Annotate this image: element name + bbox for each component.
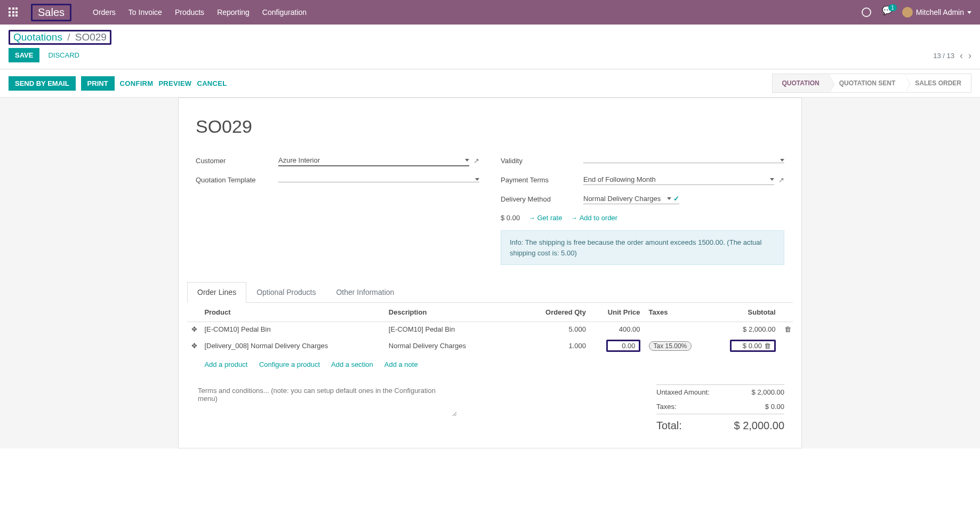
dropdown-icon[interactable] (780, 159, 784, 162)
user-name: Mitchell Admin (916, 8, 964, 17)
validity-label: Validity (501, 157, 583, 165)
table-row[interactable]: ✥ [E-COM10] Pedal Bin [E-COM10] Pedal Bi… (187, 322, 793, 337)
breadcrumb-current: SO029 (75, 31, 107, 43)
template-field[interactable] (278, 177, 479, 182)
save-button[interactable]: SAVE (9, 48, 39, 62)
cell-price[interactable]: 0.00 (590, 336, 645, 355)
page-title: SO029 (196, 116, 784, 137)
tab-optional-products[interactable]: Optional Products (246, 282, 326, 302)
preview-button[interactable]: PREVIEW (158, 79, 191, 87)
payment-terms-label: Payment Terms (501, 176, 583, 184)
brand[interactable]: Sales (31, 4, 71, 21)
chat-icon[interactable]: 1 (882, 7, 891, 17)
nav-orders[interactable]: Orders (93, 8, 116, 17)
delete-row-icon[interactable]: 🗑 (780, 322, 793, 337)
drag-handle-icon[interactable]: ✥ (187, 336, 200, 355)
avatar (902, 7, 913, 18)
th-qty: Ordered Qty (525, 303, 590, 322)
status-bar: QUOTATION QUOTATION SENT SALES ORDER (773, 74, 971, 93)
dropdown-icon[interactable] (465, 159, 469, 162)
pager-prev-icon[interactable]: ‹ (960, 50, 963, 61)
cell-qty[interactable]: 5.000 (525, 322, 590, 337)
send-email-button[interactable]: SEND BY EMAIL (9, 76, 76, 91)
nav-menu: Orders To Invoice Products Reporting Con… (93, 8, 862, 17)
terms-input[interactable] (196, 384, 457, 416)
cell-tax[interactable]: Tax 15.00% (645, 336, 704, 355)
add-to-order-link[interactable]: Add to order (571, 214, 617, 222)
table-row[interactable]: ✥ [Delivery_008] Normal Delivery Charges… (187, 336, 793, 355)
th-taxes: Taxes (645, 303, 704, 322)
pager-text: 13 / 13 (933, 52, 954, 60)
cell-price[interactable]: 400.00 (590, 322, 645, 337)
cell-subtotal: $ 2,000.00 (704, 322, 780, 337)
add-section-link[interactable]: Add a section (331, 360, 373, 368)
nav-to-invoice[interactable]: To Invoice (128, 8, 162, 17)
breadcrumb-root[interactable]: Quotations (13, 31, 62, 43)
status-quotation-sent[interactable]: QUOTATION SENT (829, 74, 906, 93)
delivery-method-label: Delivery Method (501, 195, 583, 203)
th-subtotal: Subtotal (704, 303, 780, 322)
breadcrumb: Quotations / SO029 (9, 30, 111, 45)
th-price: Unit Price (590, 303, 645, 322)
clock-icon[interactable] (862, 7, 871, 17)
delivery-method-field[interactable]: Normal Delivery Charges✓ (583, 194, 679, 204)
pager-next-icon[interactable]: › (968, 50, 971, 61)
topbar-right: 1 Mitchell Admin (862, 7, 971, 18)
configure-product-link[interactable]: Configure a product (259, 360, 320, 368)
caret-down-icon (967, 11, 971, 14)
th-description: Description (384, 303, 525, 322)
tab-order-lines[interactable]: Order Lines (187, 282, 246, 303)
external-link-icon[interactable]: ↗ (473, 157, 479, 165)
cell-tax[interactable] (645, 322, 704, 337)
check-icon: ✓ (673, 195, 679, 203)
user-menu[interactable]: Mitchell Admin (902, 7, 971, 18)
untaxed-label: Untaxed Amount: (656, 388, 710, 396)
add-note-link[interactable]: Add a note (384, 360, 418, 368)
add-product-link[interactable]: Add a product (204, 360, 247, 368)
template-label: Quotation Template (196, 176, 278, 184)
drag-handle-icon[interactable]: ✥ (187, 322, 200, 337)
cell-qty[interactable]: 1.000 (525, 336, 590, 355)
get-rate-link[interactable]: Get rate (528, 214, 563, 222)
cancel-button[interactable]: CANCEL (197, 79, 227, 87)
payment-terms-field[interactable]: End of Following Month (583, 174, 774, 185)
print-button[interactable]: PRINT (81, 76, 115, 91)
nav-products[interactable]: Products (175, 8, 204, 17)
apps-icon[interactable] (9, 7, 18, 17)
shipping-info: Info: The shipping is free because the o… (501, 230, 784, 265)
taxes-value: $ 0.00 (765, 403, 784, 411)
status-quotation[interactable]: QUOTATION (772, 74, 830, 93)
dropdown-icon[interactable] (770, 178, 774, 181)
pager: 13 / 13 ‹ › (933, 50, 971, 61)
dropdown-icon[interactable] (475, 178, 479, 181)
confirm-button[interactable]: CONFIRM (120, 79, 154, 87)
untaxed-value: $ 2,000.00 (752, 388, 784, 396)
chat-badge: 1 (888, 4, 897, 11)
th-product: Product (200, 303, 384, 322)
discard-button[interactable]: DISCARD (48, 51, 79, 59)
nav-configuration[interactable]: Configuration (262, 8, 307, 17)
tab-other-information[interactable]: Other Information (326, 282, 404, 302)
cell-product[interactable]: [Delivery_008] Normal Delivery Charges (200, 336, 384, 355)
tax-chip[interactable]: Tax 15.00% (649, 341, 692, 351)
total-value: $ 2,000.00 (734, 420, 784, 432)
total-label: Total: (656, 420, 682, 432)
taxes-label: Taxes: (656, 403, 677, 411)
customer-field[interactable]: Azure Interior (278, 155, 469, 166)
delete-row-icon[interactable] (780, 336, 793, 355)
external-link-icon[interactable]: ↗ (778, 176, 784, 184)
dropdown-icon[interactable] (667, 197, 671, 200)
topbar: Sales Orders To Invoice Products Reporti… (0, 0, 980, 25)
cell-desc[interactable]: [E-COM10] Pedal Bin (384, 322, 525, 337)
delivery-rate: $ 0.00 (501, 214, 520, 222)
customer-label: Customer (196, 157, 278, 165)
cell-subtotal: $ 0.00 🗑 (704, 336, 780, 355)
nav-reporting[interactable]: Reporting (217, 8, 250, 17)
status-sales-order[interactable]: SALES ORDER (905, 74, 971, 93)
cell-product[interactable]: [E-COM10] Pedal Bin (200, 322, 384, 337)
validity-field[interactable] (583, 158, 784, 163)
cell-desc[interactable]: Normal Delivery Charges (384, 336, 525, 355)
